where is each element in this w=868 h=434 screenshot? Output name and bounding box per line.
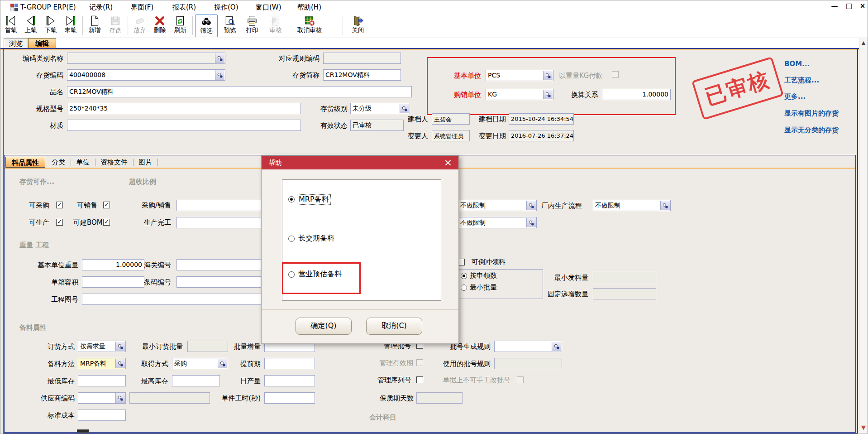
- toolbar-print[interactable]: 打印: [242, 14, 262, 36]
- barcode-field[interactable]: [176, 276, 267, 288]
- close-button[interactable]: ×: [857, 2, 868, 10]
- scroll-down-icon[interactable]: ▼: [859, 424, 868, 431]
- dialog-radio-mrp[interactable]: [288, 196, 295, 203]
- limit-b-field[interactable]: 不做限制: [458, 217, 537, 228]
- subtab-category[interactable]: 分类: [48, 157, 69, 168]
- max-stock-field[interactable]: [172, 375, 220, 386]
- producible-checkbox[interactable]: [56, 219, 63, 226]
- link-show-with-images[interactable]: 显示有图片的存货: [784, 109, 839, 118]
- toolbar-cancel-audit[interactable]: 取消审核: [288, 14, 331, 36]
- coding-category-field[interactable]: [67, 53, 225, 64]
- limit-a-field[interactable]: 不做限制: [458, 200, 537, 211]
- menu-window[interactable]: 窗口(W): [256, 3, 281, 12]
- lookup-icon[interactable]: [660, 201, 670, 210]
- toolbar-filter[interactable]: 筛选: [195, 14, 218, 37]
- lookup-icon[interactable]: [552, 342, 561, 351]
- spec-field[interactable]: 250*240*35: [67, 103, 301, 114]
- menu-help[interactable]: 帮助(H): [297, 3, 321, 12]
- lookup-icon[interactable]: [215, 70, 224, 80]
- toolbar-close-form[interactable]: 关闭: [346, 14, 370, 36]
- purchase-sale-field[interactable]: [176, 200, 267, 211]
- item-short-field[interactable]: CR12MOV精料: [323, 69, 401, 81]
- dialog-title-bar[interactable]: 帮助: [262, 156, 458, 169]
- lookup-icon[interactable]: [115, 359, 125, 368]
- min-lot-radio[interactable]: [461, 285, 467, 291]
- std-cost-field[interactable]: [78, 410, 126, 421]
- item-code-field[interactable]: 400400008: [67, 69, 225, 81]
- conversion-field[interactable]: 1.00000: [602, 89, 671, 100]
- menu-record[interactable]: 记录(R): [89, 3, 113, 12]
- toolbar-prev-record[interactable]: 上笔: [21, 14, 40, 36]
- cancel-button[interactable]: 取消(C): [366, 318, 422, 335]
- subtab-qualification[interactable]: 资格文件: [97, 157, 131, 168]
- unit-time-field[interactable]: [264, 392, 315, 404]
- link-process-flow[interactable]: 工艺流程...: [784, 76, 819, 85]
- customs-field[interactable]: [176, 259, 267, 270]
- dialog-radio-long-lead[interactable]: [288, 236, 295, 242]
- prod-finish-field[interactable]: [176, 217, 267, 228]
- tab-edit[interactable]: 编辑: [28, 38, 56, 49]
- can-bom-checkbox[interactable]: [103, 219, 110, 226]
- toolbar-first-record[interactable]: 首笔: [1, 14, 20, 36]
- subtab-item-attrs[interactable]: 料品属性: [5, 157, 45, 168]
- ok-button[interactable]: 确定(Q): [296, 318, 352, 335]
- backflush-checkbox[interactable]: [458, 259, 465, 265]
- link-more[interactable]: 更多...: [784, 92, 806, 101]
- box-volume-field[interactable]: [82, 276, 144, 288]
- menu-ui[interactable]: 界面(F): [131, 3, 153, 12]
- min-stock-field[interactable]: [78, 375, 126, 386]
- scroll-up-icon[interactable]: ▲: [859, 40, 868, 46]
- mgr-serial-checkbox[interactable]: [416, 376, 423, 383]
- backup-method-field[interactable]: MRP备料: [78, 358, 126, 369]
- factory-flow-field[interactable]: 不做限制: [593, 200, 671, 211]
- toolbar-refresh[interactable]: 刷新: [170, 14, 191, 36]
- dialog-radio-forecast[interactable]: [288, 271, 295, 278]
- base-unit-field[interactable]: PCS: [486, 70, 553, 81]
- menu-action[interactable]: 操作(O): [214, 3, 238, 12]
- by-request-radio[interactable]: [461, 273, 467, 279]
- toolbar-preview[interactable]: 预览: [219, 14, 240, 36]
- hscroll-thumb[interactable]: [77, 429, 89, 433]
- subtab-unit[interactable]: 单位: [72, 157, 93, 168]
- lead-field[interactable]: [264, 358, 315, 369]
- batch-rule-field[interactable]: [494, 341, 562, 352]
- link-bom[interactable]: BOM...: [784, 60, 810, 68]
- subtab-image[interactable]: 图片: [135, 157, 156, 168]
- product-name-field[interactable]: CR12MOV精料: [67, 86, 412, 97]
- lookup-icon[interactable]: [215, 53, 224, 63]
- restore-button[interactable]: □: [843, 2, 855, 10]
- sellable-checkbox[interactable]: [103, 202, 110, 208]
- toolbar-next-record[interactable]: 下笔: [41, 14, 60, 36]
- vertical-scrollbar[interactable]: [859, 38, 868, 433]
- rule-code-field[interactable]: [323, 53, 401, 64]
- base-weight-field[interactable]: 1.00000: [82, 259, 144, 270]
- menu-report[interactable]: 报表(R): [172, 3, 196, 12]
- menu-app[interactable]: T-GROUP ERP(E): [20, 3, 76, 11]
- toolbar-last-record[interactable]: 末笔: [61, 14, 80, 36]
- lookup-icon[interactable]: [543, 90, 553, 99]
- lookup-icon[interactable]: [400, 104, 409, 113]
- dialog-close-icon[interactable]: ×: [442, 156, 454, 169]
- dialog-option-long-lead-label[interactable]: 长交期备料: [298, 234, 334, 243]
- lookup-icon[interactable]: [115, 342, 125, 351]
- toolbar-new[interactable]: 新增: [85, 14, 105, 36]
- lookup-icon[interactable]: [543, 71, 553, 80]
- purchasable-checkbox[interactable]: [56, 202, 63, 208]
- dialog-option-forecast-label[interactable]: 营业预估备料: [298, 270, 342, 279]
- supplier-field[interactable]: [78, 392, 126, 404]
- toolbar-delete[interactable]: 删除: [150, 14, 170, 36]
- lookup-icon[interactable]: [526, 218, 536, 227]
- lookup-icon[interactable]: [526, 201, 536, 210]
- lookup-icon[interactable]: [218, 359, 227, 368]
- tab-browse[interactable]: 浏览: [4, 38, 28, 48]
- lookup-icon[interactable]: [115, 393, 125, 403]
- trade-unit-field[interactable]: KG: [486, 89, 553, 100]
- daily-field[interactable]: [264, 375, 315, 386]
- material-field[interactable]: [67, 120, 301, 131]
- dialog-option-mrp-label[interactable]: MRP备料: [297, 194, 331, 205]
- level-field[interactable]: 未分级: [350, 103, 410, 114]
- drawing-field[interactable]: [82, 294, 267, 305]
- minimize-button[interactable]: —: [829, 2, 840, 10]
- link-show-unclassified[interactable]: 显示无分类的存货: [784, 126, 839, 135]
- order-mode-field[interactable]: 按需求量: [78, 341, 126, 352]
